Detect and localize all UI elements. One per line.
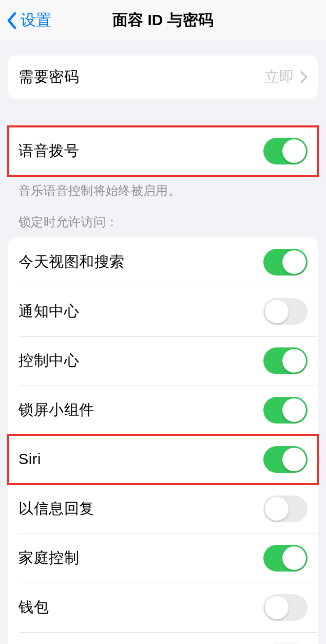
voice-dial-toggle[interactable]	[263, 138, 308, 164]
lock-access-label: 家庭控制	[18, 548, 79, 568]
lock-access-toggle[interactable]	[263, 594, 308, 621]
voice-dial-row: 语音拨号	[8, 126, 318, 176]
back-button[interactable]: 设置	[6, 10, 51, 31]
lock-access-row: 锁屏小组件	[8, 385, 318, 435]
row-value-area: 立即	[264, 67, 308, 87]
lock-access-label: 以信息回复	[18, 499, 94, 519]
navigation-bar: 设置 面容 ID 与密码	[0, 0, 326, 41]
lock-access-row: 回拨未接来电	[8, 632, 318, 644]
lock-access-row: 控制中心	[8, 336, 318, 385]
lock-access-toggle[interactable]	[263, 397, 308, 424]
lock-access-label: 今天视图和搜索	[18, 252, 125, 272]
lock-access-toggle[interactable]	[263, 298, 308, 325]
lock-access-label: 钱包	[18, 597, 49, 618]
require-passcode-group: 需要密码 立即	[8, 56, 318, 99]
lock-access-label: Siri	[18, 451, 41, 468]
lock-access-row: 家庭控制	[8, 533, 318, 583]
lock-access-toggle[interactable]	[263, 545, 308, 572]
lock-access-label: 控制中心	[18, 351, 79, 371]
lock-access-row: Siri	[8, 435, 318, 484]
lock-access-row: 通知中心	[8, 287, 318, 336]
require-passcode-label: 需要密码	[18, 67, 79, 87]
lock-access-header: 锁定时允许访问：	[0, 199, 326, 234]
chevron-right-icon	[300, 71, 308, 83]
voice-dial-group: 语音拨号	[8, 126, 318, 176]
lock-access-toggle[interactable]	[263, 347, 308, 374]
require-passcode-row[interactable]: 需要密码 立即	[8, 56, 318, 99]
lock-access-group: 今天视图和搜索通知中心控制中心锁屏小组件Siri以信息回复家庭控制钱包回拨未接来…	[8, 237, 318, 644]
lock-access-row: 钱包	[8, 583, 318, 632]
lock-access-row: 以信息回复	[8, 484, 318, 533]
chevron-left-icon	[6, 12, 16, 29]
lock-access-toggle[interactable]	[263, 249, 308, 275]
lock-access-label: 通知中心	[18, 301, 79, 322]
voice-dial-footer: 音乐语音控制将始终被启用。	[0, 176, 326, 199]
lock-access-toggle[interactable]	[263, 495, 308, 522]
page-title: 面容 ID 与密码	[112, 10, 214, 31]
require-passcode-value: 立即	[264, 67, 294, 87]
back-label: 设置	[21, 10, 51, 31]
lock-access-label: 锁屏小组件	[18, 400, 94, 420]
lock-access-toggle[interactable]	[263, 446, 308, 473]
lock-access-row: 今天视图和搜索	[8, 237, 318, 287]
voice-dial-label: 语音拨号	[18, 141, 79, 161]
